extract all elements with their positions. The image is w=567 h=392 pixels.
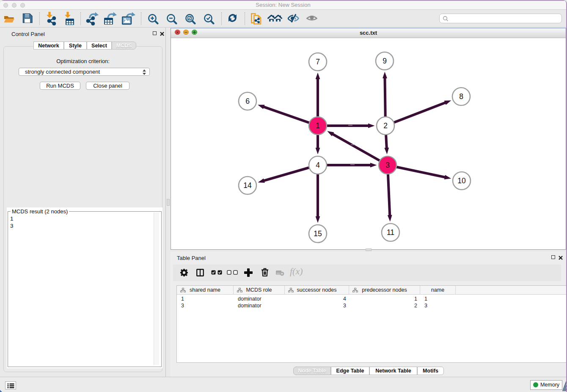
svg-text:4: 4 (316, 161, 320, 169)
svg-text:1: 1 (316, 121, 320, 130)
svg-text:2: 2 (383, 121, 388, 130)
svg-text:11: 11 (387, 228, 394, 237)
svg-text:10: 10 (457, 177, 466, 185)
svg-text:6: 6 (245, 97, 250, 105)
svg-text:15: 15 (314, 229, 322, 238)
svg-text:9: 9 (383, 57, 387, 65)
svg-text:3: 3 (385, 161, 390, 169)
svg-text:8: 8 (459, 92, 463, 101)
svg-text:14: 14 (243, 181, 252, 190)
svg-text:7: 7 (316, 58, 320, 66)
